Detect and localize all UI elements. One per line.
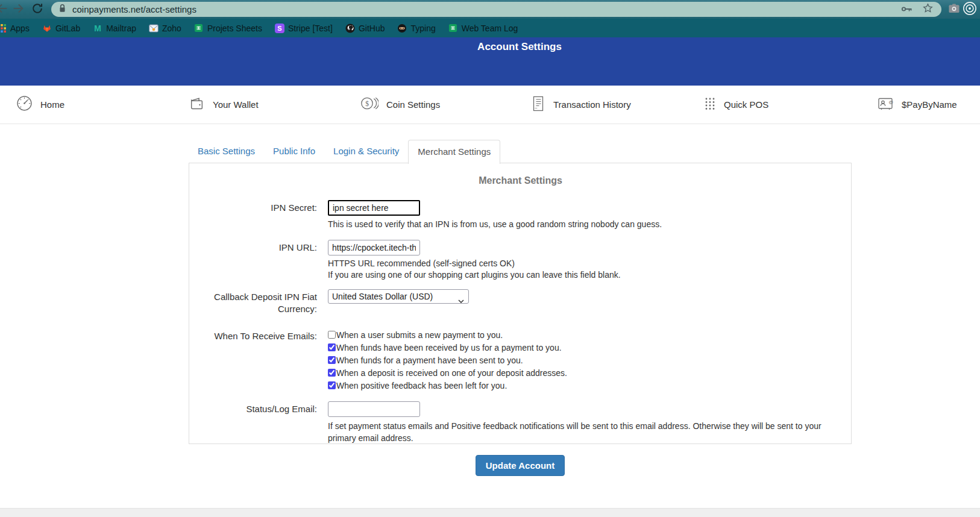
emails-label: When To Receive Emails: xyxy=(198,328,317,392)
bookmark-zoho[interactable]: Zoho xyxy=(149,24,181,33)
ipn-secret-label: IPN Secret: xyxy=(198,200,317,231)
bookmark-github[interactable]: GitHub xyxy=(345,24,385,33)
coins-icon: $ xyxy=(360,95,378,114)
nav-label: Transaction History xyxy=(553,99,631,110)
nav-item-quick-pos[interactable]: Quick POS xyxy=(704,86,768,124)
bookmark-label: Apps xyxy=(10,24,30,33)
refresh-button[interactable] xyxy=(30,2,45,17)
email-option-row: When positive feedback has been left for… xyxy=(328,379,843,392)
status-email-input[interactable] xyxy=(328,401,420,417)
site-header: Account Settings xyxy=(0,37,980,86)
nav-label: Your Wallet xyxy=(213,99,259,110)
wallet-icon xyxy=(189,95,205,114)
gitlab-icon xyxy=(42,24,52,33)
update-account-button[interactable]: Update Account xyxy=(476,455,565,476)
status-email-label: Status/Log Email: xyxy=(198,401,317,444)
ipn-url-label: IPN URL: xyxy=(198,240,317,281)
lock-icon xyxy=(58,3,66,16)
tab-merchant-settings[interactable]: Merchant Settings xyxy=(408,140,500,164)
email-option-row: When funds have been received by us for … xyxy=(328,341,843,354)
mailtrap-icon: M xyxy=(93,24,102,33)
ipn-secret-help: This is used to verify that an IPN is fr… xyxy=(328,219,843,231)
email-option-checkbox-2[interactable] xyxy=(328,356,336,364)
bookmark-web-team-log[interactable]: Web Team Log xyxy=(448,24,518,33)
fiat-currency-label: Callback Deposit IPN Fiat Currency: xyxy=(198,289,317,316)
bookmark-apps[interactable]: Apps xyxy=(0,24,30,33)
email-option-checkbox-3[interactable] xyxy=(328,369,336,377)
nav-item-paybyname[interactable]: @ $PayByName xyxy=(877,86,957,124)
email-option-row: When a user submits a new payment to you… xyxy=(328,328,843,341)
nav-item-coin-settings[interactable]: $ Coin Settings xyxy=(360,86,440,124)
github-icon xyxy=(345,24,355,33)
email-option-label: When funds have been received by us for … xyxy=(336,343,562,352)
back-button[interactable] xyxy=(0,2,10,17)
nav-label: Coin Settings xyxy=(386,99,440,110)
email-option-label: When a user submits a new payment to you… xyxy=(336,330,503,340)
idcard-icon: @ xyxy=(877,96,894,114)
bookmark-gitlab[interactable]: GitLab xyxy=(42,24,80,33)
main-navigation: Home Your Wallet $ Coin Settings Transac… xyxy=(0,86,980,124)
email-option-label: When positive feedback has been left for… xyxy=(336,381,507,390)
merchant-settings-panel: Merchant Settings IPN Secret: This is us… xyxy=(189,163,852,444)
bookmark-label: Projets Sheets xyxy=(207,24,262,33)
bookmark-mailtrap[interactable]: M Mailtrap xyxy=(93,24,136,33)
fiat-currency-select[interactable]: United States Dollar (USD) xyxy=(328,289,469,304)
apps-grid-icon xyxy=(0,24,7,33)
key-icon[interactable] xyxy=(901,4,913,15)
status-email-row: Status/Log Email: If set payment status … xyxy=(198,401,843,444)
merchant-settings-form: IPN Secret: This is used to verify that … xyxy=(198,200,843,444)
nav-item-transaction-history[interactable]: Transaction History xyxy=(531,86,631,124)
email-option-label: When funds for a payment have been sent … xyxy=(336,356,523,365)
address-bar[interactable]: coinpayments.net/acct-settings xyxy=(51,2,941,17)
keypad-icon xyxy=(704,96,716,114)
bookmark-label: Web Team Log xyxy=(462,24,518,33)
email-option-checkbox-4[interactable] xyxy=(328,381,336,389)
bookmark-label: Zoho xyxy=(162,24,181,33)
ipn-url-help-2: If you are using one of our shopping car… xyxy=(328,269,843,281)
nav-label: Quick POS xyxy=(724,99,768,110)
typing-icon xyxy=(397,24,407,33)
ipn-url-help-1: HTTPS URL recommended (self-signed certs… xyxy=(328,258,843,270)
tab-login-security[interactable]: Login & Security xyxy=(324,140,408,163)
back-icon xyxy=(0,2,9,17)
panel-title: Merchant Settings xyxy=(198,175,843,186)
nav-label: Home xyxy=(40,99,64,110)
browser-profile-button[interactable] xyxy=(962,2,978,17)
nav-item-your-wallet[interactable]: Your Wallet xyxy=(189,86,259,124)
bookmarks-bar: Apps GitLab M Mailtrap Zoho Projets Shee… xyxy=(0,19,980,37)
browser-toolbar: coinpayments.net/acct-settings xyxy=(0,0,980,19)
bookmark-label: Typing xyxy=(410,24,435,33)
receipt-icon xyxy=(531,95,545,114)
bookmark-stripe[interactable]: S Stripe [Test] xyxy=(275,24,333,33)
email-option-checkbox-0[interactable] xyxy=(328,331,336,339)
stripe-icon: S xyxy=(275,24,284,33)
ipn-url-row: IPN URL: HTTPS URL recommended (self-sig… xyxy=(198,240,843,281)
email-option-row: When funds for a payment have been sent … xyxy=(328,354,843,366)
update-row: Update Account xyxy=(189,455,852,476)
bookmark-label: Mailtrap xyxy=(106,24,136,33)
svg-text:@: @ xyxy=(889,99,894,105)
email-option-label: When a deposit is received on one of you… xyxy=(336,368,567,378)
screenshot-extension-button[interactable] xyxy=(946,2,962,17)
email-option-checkbox-1[interactable] xyxy=(328,343,336,351)
page-footer xyxy=(0,508,980,517)
svg-text:$: $ xyxy=(365,100,369,107)
bookmark-label: Stripe [Test] xyxy=(288,24,333,33)
bookmark-label: GitHub xyxy=(359,24,385,33)
bookmark-projets-sheets[interactable]: Projets Sheets xyxy=(194,24,262,33)
bookmark-typing[interactable]: Typing xyxy=(397,24,435,33)
nav-label: $PayByName xyxy=(902,99,957,110)
tab-public-info[interactable]: Public Info xyxy=(264,140,324,163)
email-option-row: When a deposit is received on one of you… xyxy=(328,366,843,379)
zoho-icon xyxy=(149,24,159,33)
camera-icon xyxy=(948,3,960,16)
forward-button[interactable] xyxy=(10,2,26,17)
emails-row: When To Receive Emails: When a user subm… xyxy=(198,328,843,392)
tab-basic-settings[interactable]: Basic Settings xyxy=(189,140,264,163)
ipn-url-input[interactable] xyxy=(328,240,420,255)
ipn-secret-input[interactable] xyxy=(328,200,420,216)
sheets-icon xyxy=(194,24,204,33)
url-text[interactable]: coinpayments.net/acct-settings xyxy=(72,4,196,14)
nav-item-home[interactable]: Home xyxy=(16,86,64,124)
star-icon[interactable] xyxy=(923,3,933,16)
